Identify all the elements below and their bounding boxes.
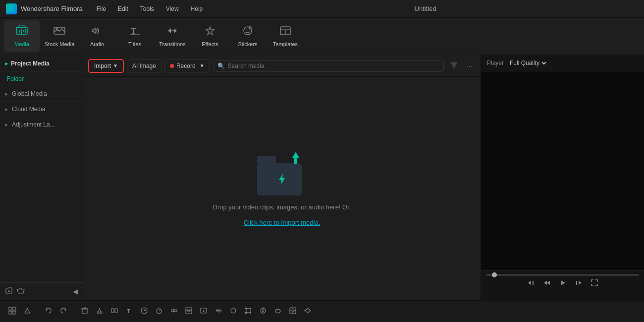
lasso-tool-button[interactable] — [21, 305, 34, 319]
svg-marker-26 — [528, 281, 531, 285]
svg-point-9 — [56, 28, 58, 30]
timeline-thumb[interactable] — [492, 272, 497, 277]
mask-button[interactable] — [271, 305, 284, 319]
play-button[interactable] — [559, 279, 567, 289]
ripple-edit-button[interactable] — [167, 305, 180, 319]
sidebar-header: Project Media — [0, 55, 83, 71]
svg-marker-30 — [561, 280, 565, 285]
stickers-icon: ★ — [241, 25, 254, 39]
title-bar: Wondershare Filmora File Edit Tools View… — [0, 0, 644, 18]
toolbar-media[interactable]: Media — [4, 20, 40, 52]
search-icon: 🔍 — [217, 63, 225, 69]
menu-edit[interactable]: Edit — [116, 4, 130, 13]
menu-tools[interactable]: Tools — [138, 4, 156, 13]
zoom-button[interactable] — [182, 305, 195, 319]
audio-label: Audio — [90, 41, 104, 47]
main-toolbar: Media Stock Media Audio T T — [0, 18, 644, 55]
menu-help[interactable]: Help — [189, 4, 205, 13]
timeline-bar[interactable] — [486, 274, 639, 276]
svg-marker-62 — [203, 310, 205, 312]
folder-tab — [257, 156, 276, 163]
tracker-button[interactable] — [286, 305, 299, 319]
redo-button[interactable] — [57, 305, 70, 319]
svg-text:T: T — [127, 308, 130, 314]
transitions-label: Transitions — [159, 41, 185, 47]
app-logo — [6, 3, 17, 14]
import-button[interactable]: Import ▼ — [88, 59, 124, 73]
titles-icon: T — [128, 25, 141, 39]
media-label: Media — [14, 41, 29, 47]
player-label: Player — [487, 60, 504, 66]
text-tool-button[interactable]: T — [123, 305, 136, 319]
svg-marker-84 — [305, 308, 310, 313]
stickers-label: Stickers — [238, 41, 257, 47]
import-media-link[interactable]: Click here to import media. — [244, 219, 321, 226]
svg-line-45 — [100, 309, 101, 312]
svg-rect-69 — [245, 308, 247, 309]
duration-button[interactable] — [138, 305, 151, 319]
grid-view-button[interactable] — [6, 305, 19, 319]
ai-image-button[interactable]: AI Image — [127, 60, 161, 72]
stabilize-button[interactable] — [257, 305, 269, 319]
toolbar-titles[interactable]: T Titles — [117, 20, 153, 52]
transform-button[interactable] — [242, 305, 255, 319]
toolbar-divider-2 — [74, 307, 74, 317]
svg-rect-68 — [246, 309, 250, 313]
content-area: Import ▼ AI Image Record ▼ 🔍 ··· — [83, 55, 481, 300]
sidebar-item-cloud-media[interactable]: Cloud Media — [0, 102, 83, 117]
step-forward-button[interactable] — [575, 279, 583, 289]
player-screen — [481, 71, 644, 270]
color-correction-button[interactable] — [227, 305, 240, 319]
svg-marker-31 — [579, 281, 582, 285]
undo-button[interactable] — [42, 305, 55, 319]
svg-rect-57 — [174, 310, 177, 312]
ai-image-label: AI Image — [132, 63, 156, 69]
cut-button[interactable] — [93, 305, 106, 319]
toolbar-stickers[interactable]: ★ Stickers — [230, 20, 266, 52]
pan-zoom-button[interactable] — [197, 305, 210, 319]
project-media-label: Project Media — [11, 60, 50, 67]
delete-button[interactable] — [78, 305, 91, 319]
toolbar-audio[interactable]: Audio — [79, 20, 115, 52]
media-icon — [15, 25, 28, 39]
toolbar-transitions[interactable]: Transitions — [155, 20, 190, 52]
audio-icon — [91, 25, 104, 39]
svg-rect-39 — [82, 309, 87, 314]
audio-adjust-button[interactable] — [212, 305, 225, 319]
adjustment-label: Adjustment La... — [12, 121, 55, 128]
toolbar-templates[interactable]: Templates — [268, 20, 303, 52]
open-folder-icon[interactable] — [17, 287, 25, 296]
toolbar-effects[interactable]: Effects — [192, 20, 228, 52]
main-area: Project Media Folder Global Media Cloud … — [0, 55, 644, 300]
sidebar-item-global-media[interactable]: Global Media — [0, 86, 83, 102]
speed-button[interactable] — [153, 305, 165, 319]
svg-marker-37 — [46, 309, 48, 311]
rewind-button[interactable] — [543, 279, 551, 289]
collapse-icon[interactable]: ◀ — [73, 288, 78, 295]
add-folder-icon[interactable] — [5, 287, 13, 296]
more-options-button[interactable]: ··· — [464, 61, 476, 71]
menu-file[interactable]: File — [95, 4, 108, 13]
sidebar-footer: ◀ — [0, 282, 83, 300]
svg-rect-36 — [13, 311, 16, 314]
fullscreen-button[interactable] — [590, 279, 598, 289]
toolbar-stock-media[interactable]: Stock Media — [42, 20, 77, 52]
quality-select[interactable]: Full Quality 1/2 Quality 1/4 Quality — [508, 59, 548, 67]
split-clip-button[interactable] — [108, 305, 121, 319]
playback-buttons — [486, 279, 639, 289]
window-title: Untitled — [213, 5, 638, 12]
step-back-button[interactable] — [527, 279, 535, 289]
search-input[interactable] — [228, 63, 440, 69]
sidebar-folder[interactable]: Folder — [0, 71, 83, 86]
filter-button[interactable] — [447, 60, 461, 71]
svg-line-55 — [159, 310, 161, 311]
record-button[interactable]: Record ▼ — [164, 60, 210, 72]
menu-view[interactable]: View — [164, 4, 181, 13]
svg-rect-35 — [9, 311, 12, 314]
transitions-icon — [166, 25, 179, 39]
sidebar-item-adjustment[interactable]: Adjustment La... — [0, 117, 83, 132]
toolbar-divider-1 — [38, 307, 38, 317]
keyframe-button[interactable] — [301, 305, 314, 319]
svg-marker-29 — [547, 281, 550, 285]
import-dropdown-icon: ▼ — [113, 63, 118, 68]
